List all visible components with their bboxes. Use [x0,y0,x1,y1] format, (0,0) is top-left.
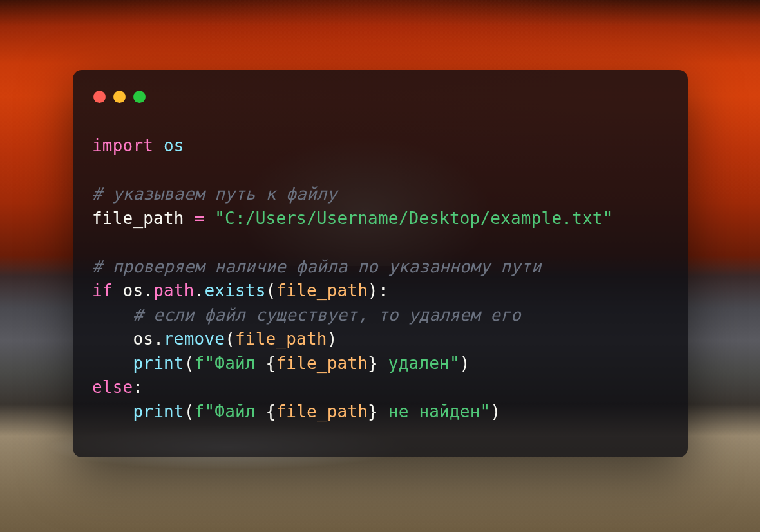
paren-close: ) [490,402,500,421]
paren-open: ( [225,329,235,348]
maximize-icon[interactable] [133,91,146,103]
method: exists [204,281,265,300]
fstring-text: удален [378,354,450,373]
code-line: import os [92,136,184,155]
paren-close: ) [327,329,337,348]
string-literal: "C:/Users/Username/Desktop/example.txt" [214,209,613,228]
argument: file_path [276,281,368,300]
brace-close: } [368,402,378,421]
fstring-prefix: f" [195,354,215,373]
fstring-text: Файл [214,354,265,373]
fstring-var: file_path [276,354,368,373]
paren-open: ( [184,354,195,373]
brace-close: } [368,354,378,373]
indent [92,354,133,373]
operator: = [195,209,205,228]
code-line: os.remove(file_path) [92,329,337,348]
fstring-prefix: f" [195,402,215,421]
code-content: import os # указываем путь к файлу file_… [92,134,669,424]
fstring-end: " [480,402,491,421]
paren-close: ) [460,354,470,373]
close-icon[interactable] [93,91,106,103]
paren-open: ( [184,402,195,421]
attribute: path [153,281,194,300]
indent [92,329,133,348]
brace-open: { [266,402,276,421]
fstring-var: file_path [276,402,368,421]
fstring-text: не найден [378,402,480,421]
window-controls [93,91,669,103]
colon: : [133,377,143,397]
keyword-import: import [92,136,153,155]
builtin-func: print [133,402,184,421]
dot: . [153,329,164,348]
code-line: print(f"Файл {file_path} не найден") [92,402,500,421]
keyword-else: else [92,377,133,397]
comment-line: # если файл существует, то удаляем его [92,305,521,325]
code-line: else: [92,377,143,397]
argument: file_path [235,329,327,348]
code-line: if os.path.exists(file_path): [92,281,388,300]
paren-close-colon: ): [368,281,388,300]
variable: file_path [92,209,184,228]
method: remove [164,329,225,348]
dot: . [195,281,205,300]
indent [92,402,133,421]
fstring-text: Файл [214,402,265,421]
object: os [123,281,144,300]
dot: . [143,281,153,300]
module-name: os [164,136,184,155]
comment-line: # проверяем наличие файла по указанному … [92,257,542,276]
code-line: file_path = "C:/Users/Username/Desktop/e… [92,209,613,228]
fstring-end: " [450,354,460,373]
code-window: import os # указываем путь к файлу file_… [73,70,688,457]
brace-open: { [266,354,276,373]
paren-open: ( [266,281,276,300]
builtin-func: print [133,354,184,373]
minimize-icon[interactable] [113,91,126,103]
code-line: print(f"Файл {file_path} удален") [92,354,470,373]
keyword-if: if [92,281,113,300]
comment-line: # указываем путь к файлу [92,184,337,204]
object: os [133,329,153,348]
